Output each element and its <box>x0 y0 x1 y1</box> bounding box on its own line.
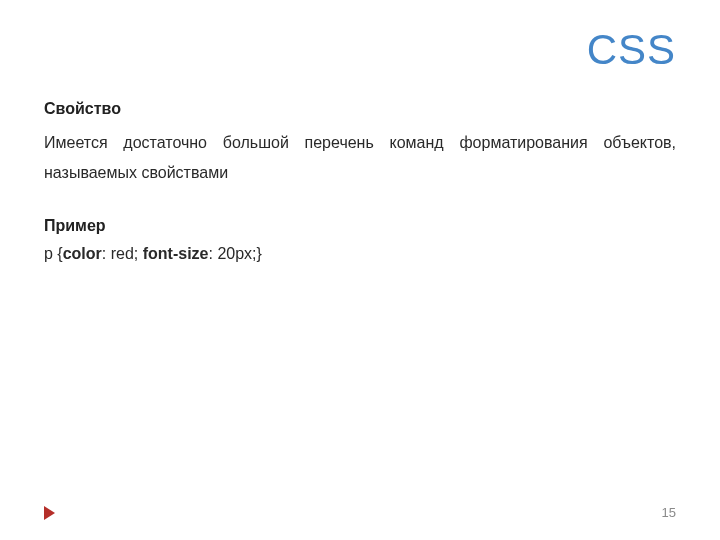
section-heading: Свойство <box>44 100 676 118</box>
code-separator-2: : 20px;} <box>209 245 262 262</box>
code-property-fontsize: font-size <box>143 245 209 262</box>
example-heading: Пример <box>44 217 676 235</box>
code-separator-1: : red; <box>102 245 143 262</box>
page-number: 15 <box>662 505 676 520</box>
play-triangle-icon <box>44 506 55 520</box>
slide-container: CSS Свойство Имеется достаточно большой … <box>0 0 720 540</box>
code-example: p {color: red; font-size: 20px;} <box>44 245 676 263</box>
body-paragraph: Имеется достаточно большой перечень кома… <box>44 128 676 187</box>
slide-title: CSS <box>44 26 676 74</box>
code-selector: p { <box>44 245 63 262</box>
code-property-color: color <box>63 245 102 262</box>
